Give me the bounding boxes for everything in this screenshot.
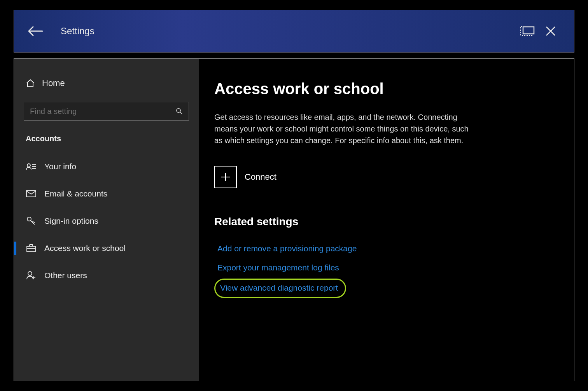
- back-button[interactable]: [26, 21, 45, 41]
- svg-line-2: [180, 112, 182, 114]
- search-icon: [176, 108, 183, 115]
- briefcase-icon: [26, 243, 37, 254]
- link-export-logs[interactable]: Export your management log files: [214, 258, 342, 277]
- close-button[interactable]: [539, 21, 562, 41]
- home-icon: [26, 79, 35, 88]
- key-icon: [26, 216, 37, 226]
- link-provisioning-package[interactable]: Add or remove a provisioning package: [214, 239, 360, 258]
- nav-other-users[interactable]: Other users: [14, 262, 199, 289]
- nav-home-label: Home: [42, 78, 65, 88]
- person-add-icon: [26, 270, 37, 281]
- related-settings-title: Related settings: [214, 216, 551, 228]
- task-view-button[interactable]: [516, 21, 539, 41]
- nav-home[interactable]: Home: [14, 74, 199, 98]
- svg-point-11: [28, 272, 32, 275]
- person-card-icon: [26, 161, 37, 172]
- svg-point-3: [27, 164, 30, 167]
- nav-access-work-school[interactable]: Access work or school: [14, 235, 199, 262]
- page-description: Get access to resources like email, apps…: [214, 111, 479, 146]
- search-input[interactable]: [30, 107, 176, 116]
- nav-email-accounts[interactable]: Email & accounts: [14, 180, 199, 207]
- back-arrow-icon: [28, 25, 43, 37]
- search-box[interactable]: [24, 102, 189, 121]
- titlebar: Settings: [14, 10, 574, 53]
- connect-button[interactable]: Connect: [214, 166, 551, 188]
- svg-rect-0: [523, 27, 534, 34]
- svg-rect-9: [27, 246, 35, 252]
- connect-label: Connect: [245, 172, 276, 182]
- svg-point-1: [177, 109, 180, 112]
- window-title: Settings: [61, 26, 94, 37]
- nav-label: Other users: [44, 271, 87, 280]
- nav-label: Your info: [44, 162, 76, 171]
- highlight-annotation: View advanced diagnostic report: [214, 279, 346, 298]
- close-icon: [545, 26, 556, 37]
- sidebar-section-label: Accounts: [14, 128, 199, 153]
- page-title: Access work or school: [214, 80, 551, 98]
- mail-icon: [26, 188, 37, 199]
- link-diagnostic-report[interactable]: View advanced diagnostic report: [220, 283, 338, 293]
- nav-signin-options[interactable]: Sign-in options: [14, 207, 199, 235]
- nav-label: Sign-in options: [44, 216, 98, 226]
- main-content: Access work or school Get access to reso…: [199, 59, 574, 381]
- svg-point-8: [27, 217, 31, 221]
- nav-label: Email & accounts: [44, 189, 107, 198]
- settings-window: Home Accounts Your info Email & accounts: [14, 58, 574, 381]
- sidebar: Home Accounts Your info Email & accounts: [14, 59, 199, 381]
- task-view-icon: [520, 25, 535, 37]
- nav-label: Access work or school: [44, 244, 126, 253]
- plus-icon: [214, 166, 237, 188]
- nav-your-info[interactable]: Your info: [14, 153, 199, 180]
